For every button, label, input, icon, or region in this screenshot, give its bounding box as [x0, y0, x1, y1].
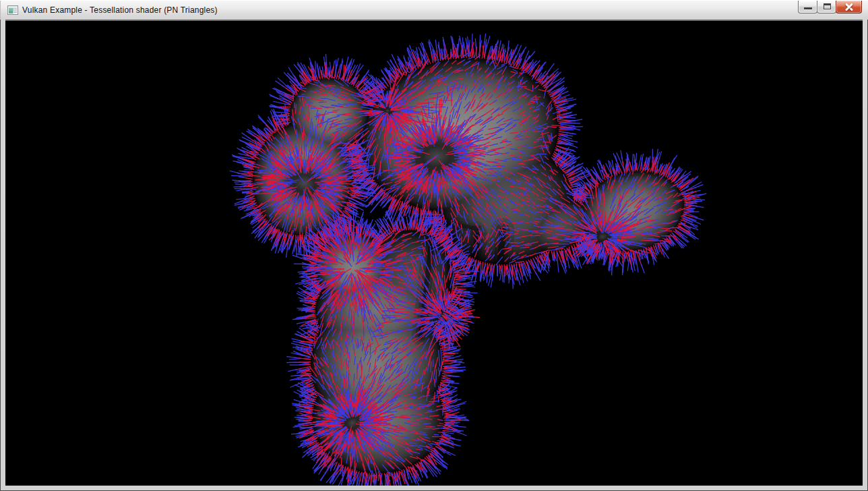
render-viewport	[5, 20, 863, 486]
minimize-button[interactable]	[798, 1, 817, 13]
window-controls	[799, 1, 862, 13]
close-icon	[845, 3, 853, 11]
minimize-icon	[804, 7, 812, 9]
maximize-button[interactable]	[817, 1, 836, 13]
app-window: Vulkan Example - Tessellation shader (PN…	[0, 0, 868, 491]
app-icon	[7, 5, 18, 16]
maximize-icon	[824, 3, 831, 9]
window-title: Vulkan Example - Tessellation shader (PN…	[22, 5, 218, 15]
close-button[interactable]	[836, 1, 862, 13]
titlebar[interactable]: Vulkan Example - Tessellation shader (PN…	[0, 0, 868, 20]
scene-canvas[interactable]	[5, 21, 863, 486]
